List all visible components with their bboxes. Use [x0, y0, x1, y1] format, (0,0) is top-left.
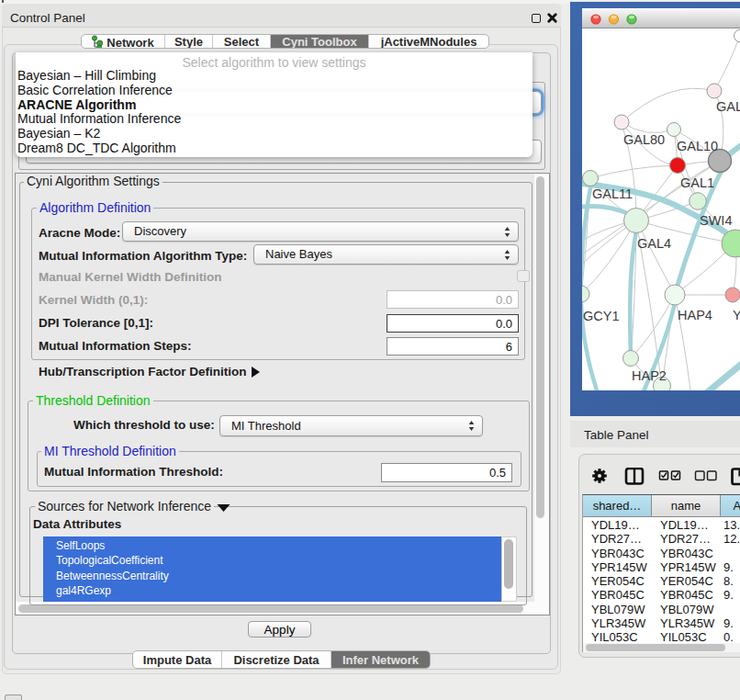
svg-text:Y: Y	[733, 308, 740, 322]
svg-text:GAL1: GAL1	[680, 175, 714, 190]
svg-text:GCY1: GCY1	[583, 309, 620, 323]
svg-text:SWI4: SWI4	[700, 213, 732, 228]
svg-text:GAL11: GAL11	[592, 186, 633, 201]
svg-text:GAL10: GAL10	[677, 139, 718, 153]
svg-text:HAP2: HAP2	[632, 368, 667, 383]
svg-text:GAL80: GAL80	[623, 132, 665, 147]
svg-text:GAL4: GAL4	[637, 236, 671, 251]
svg-text:GAL7: GAL7	[716, 99, 740, 114]
svg-text:HAP4: HAP4	[678, 308, 712, 322]
